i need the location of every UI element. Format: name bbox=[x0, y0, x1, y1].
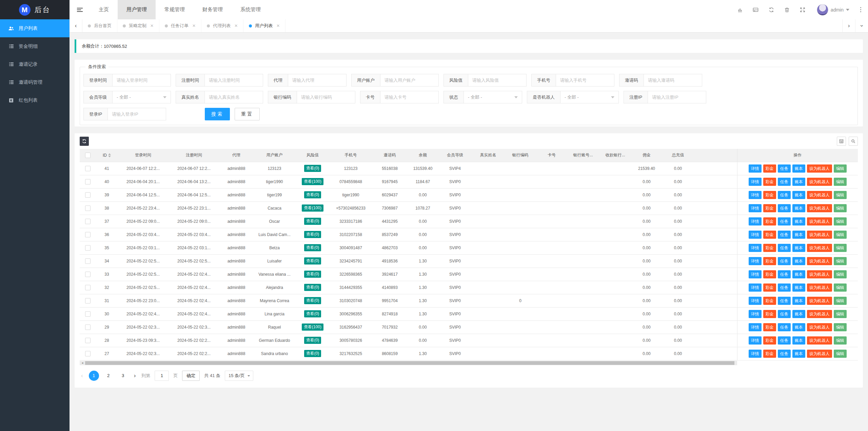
app-logo[interactable]: M 后台 bbox=[0, 0, 70, 19]
pagination-page-1[interactable]: 1 bbox=[89, 371, 99, 381]
risk-view-badge[interactable]: 查看(0) bbox=[304, 337, 321, 344]
action-button-red[interactable]: 设为机器人 bbox=[807, 270, 832, 278]
action-button-green[interactable]: 编辑 bbox=[834, 257, 847, 265]
action-button-blue[interactable]: 详情 bbox=[749, 204, 762, 212]
tab-scroll-right-button[interactable]: › bbox=[842, 19, 855, 32]
action-button-blue[interactable]: 账本 bbox=[792, 310, 805, 318]
search-field-input[interactable] bbox=[288, 74, 347, 86]
columns-filter-icon[interactable] bbox=[837, 137, 846, 146]
pagination-prev-button[interactable]: ‹ bbox=[80, 372, 84, 379]
search-field-input[interactable] bbox=[556, 74, 614, 86]
row-checkbox[interactable] bbox=[85, 232, 91, 237]
action-button-blue[interactable]: 详情 bbox=[749, 231, 762, 239]
search-field-input[interactable] bbox=[205, 74, 263, 86]
nav-menu-item[interactable]: 主页 bbox=[90, 0, 118, 19]
action-button-blue[interactable]: 账本 bbox=[792, 244, 805, 252]
action-button-red[interactable]: 彩金 bbox=[763, 204, 776, 212]
action-button-blue[interactable]: 账本 bbox=[792, 323, 805, 331]
action-button-blue[interactable]: 任务 bbox=[778, 310, 791, 318]
sidebar-item[interactable]: 用户列表 bbox=[0, 19, 70, 37]
risk-view-badge[interactable]: 查看(0) bbox=[304, 350, 321, 357]
risk-view-badge[interactable]: 查看(0) bbox=[304, 257, 321, 265]
action-button-blue[interactable]: 账本 bbox=[792, 297, 805, 305]
action-button-blue[interactable]: 账本 bbox=[792, 164, 805, 173]
action-button-blue[interactable]: 账本 bbox=[792, 204, 805, 212]
action-button-green[interactable]: 编辑 bbox=[834, 310, 847, 318]
risk-view-badge[interactable]: 查看(0) bbox=[304, 191, 321, 198]
tab-item[interactable]: 代理列表✕ bbox=[201, 19, 243, 32]
action-button-red[interactable]: 设为机器人 bbox=[807, 297, 832, 305]
action-button-blue[interactable]: 详情 bbox=[749, 310, 762, 318]
bar-chart-icon[interactable] bbox=[737, 6, 744, 13]
row-checkbox[interactable] bbox=[85, 272, 91, 277]
horizontal-scrollbar[interactable]: ◄ bbox=[80, 361, 737, 365]
scrollbar-thumb[interactable] bbox=[85, 361, 734, 365]
risk-view-badge[interactable]: 查看(100) bbox=[302, 204, 323, 212]
action-button-blue[interactable]: 账本 bbox=[792, 336, 805, 345]
search-field-input[interactable] bbox=[297, 91, 355, 103]
action-button-red[interactable]: 设为机器人 bbox=[807, 310, 832, 318]
search-field-select[interactable]: - 全部 - bbox=[113, 91, 171, 103]
action-button-red[interactable]: 设为机器人 bbox=[807, 283, 832, 292]
user-menu[interactable]: admin bbox=[815, 4, 849, 16]
action-button-blue[interactable]: 任务 bbox=[778, 270, 791, 278]
tab-item[interactable]: 任务订单✕ bbox=[159, 19, 201, 32]
action-button-blue[interactable]: 详情 bbox=[749, 257, 762, 265]
action-button-blue[interactable]: 详情 bbox=[749, 178, 762, 186]
action-button-red[interactable]: 彩金 bbox=[763, 350, 776, 358]
action-button-red[interactable]: 彩金 bbox=[763, 283, 776, 292]
action-button-red[interactable]: 设为机器人 bbox=[807, 323, 832, 331]
sidebar-item[interactable]: 资金明细 bbox=[0, 37, 70, 55]
action-button-green[interactable]: 编辑 bbox=[834, 297, 847, 305]
action-button-blue[interactable]: 账本 bbox=[792, 191, 805, 199]
action-button-blue[interactable]: 任务 bbox=[778, 191, 791, 199]
action-button-blue[interactable]: 账本 bbox=[792, 231, 805, 239]
action-button-blue[interactable]: 任务 bbox=[778, 336, 791, 345]
row-checkbox[interactable] bbox=[85, 192, 91, 198]
action-button-green[interactable]: 编辑 bbox=[834, 164, 847, 173]
search-field-select[interactable]: - 全部 - bbox=[464, 91, 522, 103]
pagination-page-3[interactable]: 3 bbox=[118, 371, 128, 381]
action-button-blue[interactable]: 详情 bbox=[749, 270, 762, 278]
tab-item[interactable]: 策略定制✕ bbox=[117, 19, 159, 32]
fullscreen-icon[interactable] bbox=[799, 6, 806, 13]
action-button-red[interactable]: 设为机器人 bbox=[807, 204, 832, 212]
pagination-page-input[interactable] bbox=[155, 371, 169, 381]
action-button-blue[interactable]: 详情 bbox=[749, 297, 762, 305]
pagination-next-button[interactable]: › bbox=[133, 372, 137, 379]
action-button-red[interactable]: 彩金 bbox=[763, 164, 776, 173]
action-button-red[interactable]: 设为机器人 bbox=[807, 244, 832, 252]
action-button-red[interactable]: 彩金 bbox=[763, 270, 776, 278]
refresh-icon[interactable] bbox=[768, 6, 775, 13]
tab-close-icon[interactable]: ✕ bbox=[276, 23, 280, 28]
action-button-red[interactable]: 彩金 bbox=[763, 178, 776, 186]
action-button-blue[interactable]: 详情 bbox=[749, 244, 762, 252]
row-checkbox[interactable] bbox=[85, 179, 91, 184]
action-button-blue[interactable]: 账本 bbox=[792, 217, 805, 226]
action-button-green[interactable]: 编辑 bbox=[834, 204, 847, 212]
more-vertical-icon[interactable] bbox=[858, 6, 863, 14]
action-button-green[interactable]: 编辑 bbox=[834, 350, 847, 358]
risk-view-badge[interactable]: 查看(100) bbox=[302, 324, 323, 331]
action-button-red[interactable]: 彩金 bbox=[763, 336, 776, 345]
risk-view-badge[interactable]: 查看(0) bbox=[304, 297, 321, 304]
risk-view-badge[interactable]: 查看(0) bbox=[304, 310, 321, 317]
nav-menu-item[interactable]: 系统管理 bbox=[232, 0, 270, 19]
action-button-green[interactable]: 编辑 bbox=[834, 217, 847, 226]
action-button-blue[interactable]: 任务 bbox=[778, 204, 791, 212]
row-checkbox[interactable] bbox=[85, 325, 91, 330]
row-checkbox[interactable] bbox=[85, 351, 91, 356]
action-button-blue[interactable]: 任务 bbox=[778, 244, 791, 252]
action-button-red[interactable]: 设为机器人 bbox=[807, 231, 832, 239]
action-button-red[interactable]: 设为机器人 bbox=[807, 191, 832, 199]
action-button-green[interactable]: 编辑 bbox=[834, 323, 847, 331]
row-checkbox[interactable] bbox=[85, 298, 91, 303]
action-button-blue[interactable]: 任务 bbox=[778, 164, 791, 173]
search-field-select[interactable]: - 全部 - bbox=[560, 91, 619, 103]
tab-close-icon[interactable]: ✕ bbox=[234, 23, 238, 28]
search-field-input[interactable] bbox=[108, 108, 166, 120]
action-button-blue[interactable]: 任务 bbox=[778, 257, 791, 265]
trash-icon[interactable] bbox=[784, 6, 790, 13]
page-size-select[interactable]: 15 条/页 › bbox=[225, 371, 253, 381]
action-button-red[interactable]: 设为机器人 bbox=[807, 257, 832, 265]
